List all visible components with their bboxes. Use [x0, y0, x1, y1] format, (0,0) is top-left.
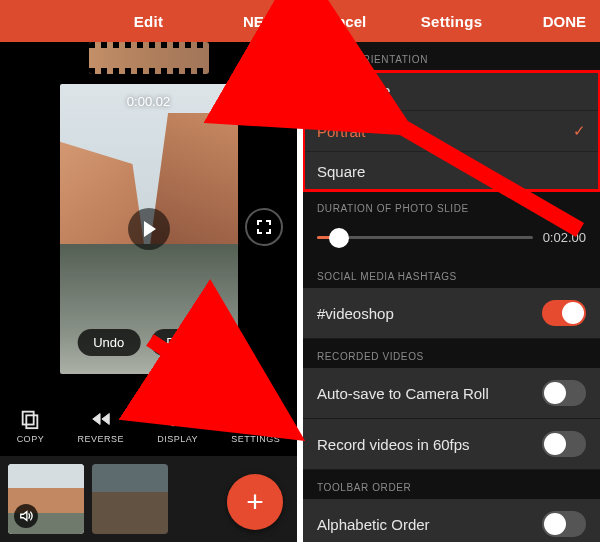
copy-label: COPY [17, 434, 45, 444]
orientation-portrait-label: Portrait [317, 123, 365, 140]
play-icon [142, 221, 158, 237]
edit-header: Edit NEXT [0, 0, 297, 42]
delete-button[interactable]: Delete [150, 329, 220, 356]
clip-thumbnails: + [0, 456, 297, 542]
orientation-landscape-label: Landscape [317, 82, 390, 99]
section-recorded-title: RECORDED VIDEOS [303, 339, 600, 368]
svg-point-9 [179, 417, 183, 421]
svg-marker-0 [144, 221, 156, 237]
cancel-button[interactable]: Cancel [317, 13, 377, 30]
orientation-landscape[interactable]: Landscape [303, 71, 600, 111]
copy-icon [19, 408, 41, 430]
hashtag-row[interactable]: #videoshop [303, 288, 600, 339]
sixtyfps-toggle[interactable] [542, 431, 586, 457]
svg-point-10 [171, 422, 175, 426]
undo-button[interactable]: Undo [77, 329, 140, 356]
display-label: DISPLAY [157, 434, 198, 444]
reverse-label: REVERSE [77, 434, 124, 444]
settings-screen: Cancel Settings DONE VIDEO ORIENTATION L… [303, 0, 600, 542]
hashtag-label: #videoshop [317, 305, 394, 322]
svg-marker-3 [92, 414, 99, 425]
orientation-portrait[interactable]: Portrait ✓ [303, 111, 600, 152]
timeline-strip[interactable] [89, 42, 209, 74]
settings-button[interactable]: SETTINGS [231, 408, 280, 444]
duration-slider-row: 0:02.00 [303, 220, 600, 259]
slider-thumb[interactable] [329, 228, 349, 248]
settings-header: Cancel Settings DONE [303, 0, 600, 42]
orientation-options: Landscape Portrait ✓ Square [303, 71, 600, 191]
fullscreen-icon [257, 220, 271, 234]
edit-screen: Edit NEXT 0:00.02 Undo Delete [0, 0, 297, 542]
next-button[interactable]: NEXT [223, 13, 283, 30]
sixtyfps-label: Record videos in 60fps [317, 436, 470, 453]
orientation-square[interactable]: Square [303, 152, 600, 191]
settings-label: SETTINGS [231, 434, 280, 444]
svg-point-8 [173, 413, 177, 417]
gear-icon [245, 408, 267, 430]
volume-icon [19, 509, 33, 523]
duration-value: 0:02.00 [543, 230, 586, 245]
done-button[interactable]: DONE [526, 13, 586, 30]
timestamp-label: 0:00.02 [127, 94, 170, 109]
clip-thumbnail[interactable] [8, 464, 84, 534]
preview-stage: 0:00.02 Undo Delete [0, 74, 297, 396]
hashtag-toggle[interactable] [542, 300, 586, 326]
fullscreen-button[interactable] [245, 208, 283, 246]
svg-rect-2 [27, 415, 38, 428]
duration-slider[interactable] [317, 236, 533, 239]
add-clip-button[interactable]: + [227, 474, 283, 530]
section-hashtags-title: SOCIAL MEDIA HASHTAGS [303, 259, 600, 288]
svg-rect-1 [23, 412, 34, 425]
check-icon: ✓ [573, 122, 586, 140]
orientation-square-label: Square [317, 163, 365, 180]
alphabetic-label: Alphabetic Order [317, 516, 430, 533]
section-orientation-title: VIDEO ORIENTATION [303, 42, 600, 71]
autosave-label: Auto-save to Camera Roll [317, 385, 489, 402]
alphabetic-row[interactable]: Alphabetic Order [303, 499, 600, 542]
volume-button[interactable] [14, 504, 38, 528]
autosave-row[interactable]: Auto-save to Camera Roll [303, 368, 600, 419]
sixtyfps-row[interactable]: Record videos in 60fps [303, 419, 600, 470]
svg-marker-4 [102, 414, 109, 425]
section-duration-title: DURATION OF PHOTO SLIDE [303, 191, 600, 220]
display-button[interactable]: DISPLAY [157, 408, 198, 444]
alphabetic-toggle[interactable] [542, 511, 586, 537]
settings-title: Settings [421, 13, 483, 30]
reverse-icon [90, 408, 112, 430]
edit-toolbar: COPY REVERSE DISPLAY SETTINGS [0, 396, 297, 456]
reverse-button[interactable]: REVERSE [77, 408, 124, 444]
video-preview[interactable]: 0:00.02 Undo Delete [60, 84, 238, 374]
section-toolbar-order-title: TOOLBAR ORDER [303, 470, 600, 499]
edit-title: Edit [134, 13, 164, 30]
plus-icon: + [246, 485, 264, 519]
display-icon [167, 408, 189, 430]
copy-button[interactable]: COPY [17, 408, 45, 444]
clip-thumbnail[interactable] [92, 464, 168, 534]
autosave-toggle[interactable] [542, 380, 586, 406]
play-button[interactable] [128, 208, 170, 250]
